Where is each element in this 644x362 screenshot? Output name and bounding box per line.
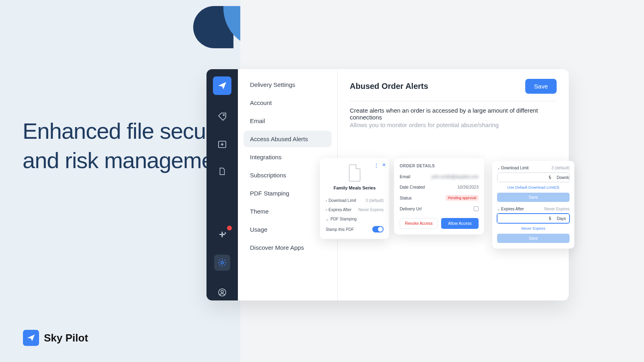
content-subtext: Allows you to monitor orders for potenti… — [350, 121, 557, 128]
svg-point-2 — [221, 261, 223, 264]
order-status-row: Status Pending approval — [400, 192, 479, 204]
content-header: Abused Order Alerts Save — [350, 79, 557, 101]
status-badge: Pending approval — [446, 195, 479, 201]
brand-name: Sky Pilot — [44, 332, 88, 344]
menu-usage[interactable]: Usage — [244, 221, 332, 238]
menu-discover-more-apps[interactable]: Discover More Apps — [244, 239, 332, 256]
app-preview: Delivery Settings Account Email Access A… — [240, 0, 644, 362]
order-date-row: Date Created 10/26/2023 — [400, 182, 479, 192]
order-details-card: ORDER DETAILS Email john.smith@skypilot.… — [394, 158, 484, 234]
svg-point-0 — [223, 115, 225, 116]
menu-access-abused-alerts[interactable]: Access Abused Alerts — [244, 131, 332, 147]
download-limit-input[interactable] — [497, 173, 553, 182]
chevron-down-icon: ⌄ — [326, 217, 329, 221]
menu-pdf-stamping[interactable]: PDF Stamping — [244, 185, 332, 202]
pdf-stamping-row[interactable]: ⌄PDF Stamping — [326, 214, 384, 224]
download-icon[interactable] — [214, 136, 230, 152]
revoke-access-button[interactable]: Revoke Access — [400, 218, 438, 229]
file-icon[interactable] — [214, 163, 230, 179]
app-logo[interactable] — [213, 76, 231, 95]
notification-dot — [227, 226, 232, 230]
download-limit-header[interactable]: ⌄Download Limit 3 (default) — [497, 166, 570, 170]
more-icon[interactable]: ⋮ — [374, 162, 380, 169]
stamp-toggle[interactable] — [372, 226, 384, 232]
never-expires-link[interactable]: Never Expires — [497, 226, 570, 230]
page-title: Abused Order Alerts — [350, 82, 428, 91]
expires-after-header[interactable]: ⌄Expires After Never Expires — [497, 207, 570, 211]
menu-email[interactable]: Email — [244, 113, 332, 129]
marketing-panel: Enhanced file security and risk manageme… — [0, 0, 240, 362]
order-card-title: ORDER DETAILS — [400, 164, 479, 168]
expires-unit: Days — [553, 214, 569, 223]
stamp-this-pdf-row: Stamp this PDF — [326, 224, 384, 235]
order-email-row: Email john.smith@skypilot.com — [400, 171, 479, 182]
tag-icon[interactable] — [214, 109, 230, 125]
expires-after-row[interactable]: ›Expires After Never Expires — [326, 205, 384, 214]
brand: Sky Pilot — [23, 330, 88, 346]
chevron-down-icon: ⌄ — [497, 207, 500, 211]
save-expires-button[interactable]: Save — [497, 234, 570, 243]
expires-after-input[interactable] — [497, 214, 553, 223]
save-button[interactable]: Save — [525, 79, 557, 94]
product-title: Family Meals Series — [326, 185, 384, 190]
brand-logo — [23, 330, 39, 346]
menu-theme[interactable]: Theme — [244, 203, 332, 220]
menu-delivery-settings[interactable]: Delivery Settings — [244, 76, 332, 93]
menu-account[interactable]: Account — [244, 95, 332, 111]
save-download-limit-button[interactable]: Save — [497, 193, 570, 202]
icon-rail — [206, 69, 238, 300]
chevron-down-icon: ⌄ — [497, 166, 500, 170]
order-delivery-row: Delivery Url — [400, 204, 479, 214]
download-limit-row[interactable]: ›Download Limit 3 (default) — [326, 196, 384, 205]
account-icon[interactable] — [214, 284, 230, 300]
sparkles-icon[interactable] — [214, 227, 230, 243]
use-default-limit-link[interactable]: Use Default Download Limit(3) — [497, 185, 570, 189]
product-card: ⋮ ✕ Family Meals Series ›Download Limit … — [320, 158, 389, 239]
download-unit: Downloads — [553, 173, 570, 182]
settings-icon[interactable] — [214, 255, 230, 271]
content-description: Create alerts when an order is accessed … — [350, 107, 557, 121]
allow-access-button[interactable]: Allow Access — [441, 218, 479, 229]
download-limit-input-group: Downloads — [497, 173, 570, 182]
limits-card: ⌄Download Limit 3 (default) Downloads Us… — [492, 161, 574, 249]
chevron-right-icon: › — [326, 208, 327, 212]
menu-subscriptions[interactable]: Subscriptions — [244, 167, 332, 183]
close-icon[interactable]: ✕ — [382, 162, 386, 168]
file-icon — [349, 165, 360, 181]
expires-after-input-group: Days — [497, 214, 570, 223]
chevron-right-icon: › — [326, 198, 327, 203]
copy-icon[interactable] — [474, 206, 479, 211]
svg-point-4 — [221, 290, 223, 293]
order-actions: Revoke Access Allow Access — [400, 218, 479, 229]
menu-integrations[interactable]: Integrations — [244, 149, 332, 165]
